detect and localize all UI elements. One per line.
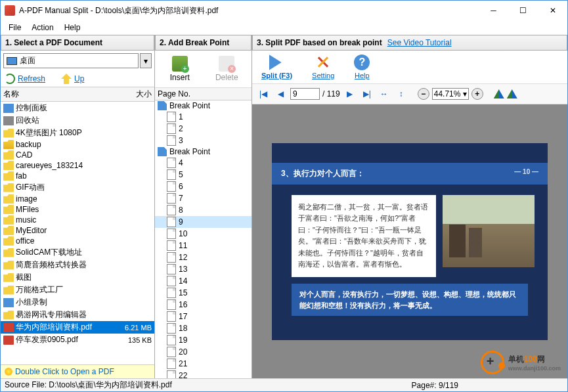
page-row[interactable]: 19 [155,334,251,346]
up-button[interactable]: Up [60,72,85,85]
page-icon [167,181,176,192]
page-row[interactable]: 15 [155,287,251,299]
file-row[interactable]: 4K壁纸图片 1080P [1,127,154,139]
fit-width-button[interactable]: ↔ [377,87,391,101]
file-list-header: 名称 大小 [1,87,154,102]
page-icon [167,217,176,227]
page-row[interactable]: 21 [155,358,251,370]
page-row[interactable]: 17 [155,311,251,322]
slide-title: 3、执行力对个人而言： [281,168,364,179]
maximize-button[interactable]: ☐ [508,1,538,20]
file-row[interactable]: music [1,215,154,225]
file-row[interactable]: 简鹿音频格式转换器 [1,259,154,271]
rotate-right-icon[interactable] [507,89,517,98]
split-button[interactable]: Split (F3) [257,53,296,81]
prev-page-button[interactable]: ◀ [273,87,288,101]
file-row[interactable]: 停车发票0905.pdf135 KB [1,334,154,346]
break-point-row[interactable]: Break Point [155,146,251,157]
file-row[interactable]: 截图 [1,271,154,284]
page-row[interactable]: 5 [155,169,251,181]
file-row[interactable]: 控制面板 [1,102,154,114]
right-panel-header: 3. Split PDF based on break point See Vi… [252,35,567,51]
page-row[interactable]: 7 [155,192,251,204]
page-label: 22 [179,371,187,378]
page-row[interactable]: 8 [155,204,251,216]
page-row[interactable]: 4 [155,157,251,169]
page-icon [167,205,176,215]
file-row[interactable]: careueyes_183214 [1,160,154,171]
page-row[interactable]: 13 [155,263,251,275]
preview-area[interactable]: 3、执行力对个人而言： — 10 — 蜀之鄙有二僧，其一贫，其一富。贫者语于富者… [252,104,567,378]
page-row[interactable]: 20 [155,346,251,358]
page-icon [167,264,176,274]
setting-icon [315,54,331,70]
file-row[interactable]: CAD [1,150,154,160]
page-row[interactable]: 6 [155,181,251,192]
file-row[interactable]: fab [1,171,154,181]
file-name: CAD [16,150,116,160]
next-page-button[interactable]: ▶ [343,87,357,101]
insert-button[interactable]: Insert [158,53,202,85]
menu-help[interactable]: Help [59,22,86,33]
page-label: Break Point [169,147,210,156]
video-tutorial-link[interactable]: See Video Tutorial [387,38,452,47]
page-row[interactable]: 9 [155,216,251,228]
col-size[interactable]: 大小 [119,89,152,100]
folder-icon [3,261,14,270]
break-icon [158,147,167,156]
drive-select[interactable]: 桌面 [3,53,139,68]
page-input[interactable] [290,88,320,100]
page-icon [167,158,176,168]
page-row[interactable]: 16 [155,299,251,311]
page-label: 18 [179,324,187,333]
page-row[interactable]: 3 [155,135,251,146]
file-row[interactable]: MyEditor [1,225,154,236]
page-row[interactable]: 10 [155,228,251,240]
last-page-button[interactable]: ▶| [360,87,374,101]
minimize-button[interactable]: ─ [479,1,508,20]
page-row[interactable]: 14 [155,275,251,287]
page-row[interactable]: 22 [155,370,251,378]
refresh-button[interactable]: Refresh [3,72,47,85]
zoom-out-button[interactable]: − [418,88,429,100]
file-row[interactable]: office [1,236,154,246]
drive-dropdown-button[interactable]: ▾ [140,53,152,68]
help-button[interactable]: ? Help [350,53,374,81]
close-button[interactable]: ✕ [538,1,567,20]
file-row[interactable]: GIF动画 [1,181,154,194]
file-row[interactable]: 小组录制 [1,296,154,309]
fit-height-button[interactable]: ↕ [394,87,408,101]
file-row[interactable]: 华为内部培训资料.pdf6.21 MB [1,321,154,334]
folder-icon [3,226,14,235]
first-page-button[interactable]: |◀ [256,87,271,101]
menu-file[interactable]: File [3,22,26,33]
file-list[interactable]: 控制面板回收站4K壁纸图片 1080PbackupCADcareueyes_18… [1,102,154,364]
menu-action[interactable]: Action [26,22,58,33]
slide-highlight: 对个人而言，没有执行力，一切梦想、设想、构想、理想，统统都只能幻想和空想！没有执… [292,284,528,316]
page-icon [167,169,176,180]
file-row[interactable]: SolidCAM下载地址 [1,246,154,259]
file-row[interactable]: backup [1,139,154,150]
zoom-select[interactable]: 44.71% ▾ [432,88,469,100]
file-name: GIF动画 [16,182,116,193]
page-list[interactable]: Break Point123Break Point456789101112131… [155,100,251,378]
setting-button[interactable]: Setting [308,53,338,81]
file-row[interactable]: 万能格式工厂 [1,284,154,296]
file-row[interactable]: image [1,194,154,204]
file-name: 4K壁纸图片 1080P [16,127,116,139]
file-row[interactable]: 回收站 [1,114,154,127]
status-source: Source File: D:\tools\桌面\华为内部培训资料.pdf [5,380,412,391]
page-row[interactable]: 11 [155,240,251,251]
page-row[interactable]: 18 [155,322,251,334]
page-row[interactable]: 12 [155,251,251,263]
page-label: 7 [179,194,183,203]
file-row[interactable]: 易游网讯专用编辑器 [1,309,154,321]
file-row[interactable]: MFiles [1,204,154,215]
col-name[interactable]: 名称 [3,89,119,100]
page-row[interactable]: 2 [155,123,251,135]
delete-button[interactable]: Delete [205,53,250,85]
page-row[interactable]: 1 [155,111,251,123]
rotate-left-icon[interactable] [494,89,504,98]
zoom-in-button[interactable]: + [471,88,483,100]
break-point-row[interactable]: Break Point [155,100,251,111]
